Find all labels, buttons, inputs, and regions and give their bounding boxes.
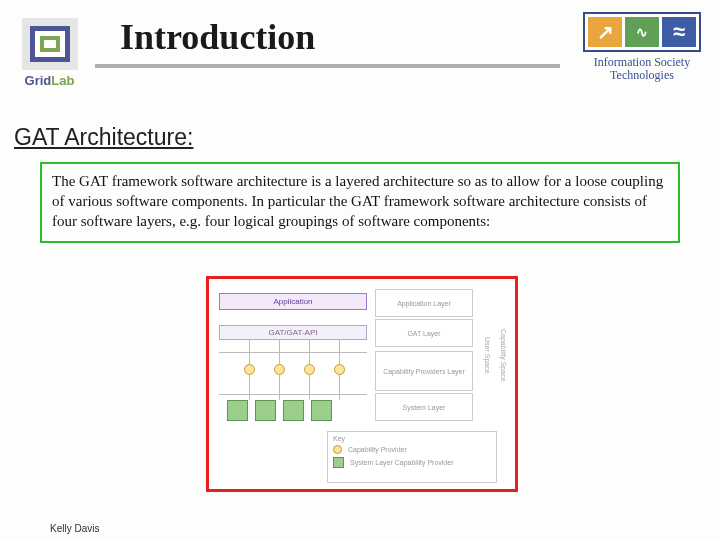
system-provider-icon [255,400,276,421]
legend-capability-label: Capability Provider [348,446,407,453]
capability-provider-icon [244,364,255,375]
section-heading: GAT Architecture: [14,124,193,151]
title-underline [95,64,560,68]
legend-square-icon [333,457,344,468]
ist-arrow-icon: ↗ [588,17,622,47]
gridlab-icon [22,18,78,70]
body-text: The GAT framework software architecture … [52,173,663,229]
ist-logo: ↗ ∿ ≈ Information Society Technologies [578,12,706,82]
ist-wave-icon: ∿ [625,17,659,47]
diagram-divider [219,352,367,353]
ist-icon-row: ↗ ∿ ≈ [583,12,701,52]
diagram-gat-api-box: GAT/GAT-API [219,325,367,340]
capability-provider-icon [334,364,345,375]
capability-provider-icon [304,364,315,375]
diagram-divider [219,394,367,395]
body-text-box: The GAT framework software architecture … [40,162,680,243]
gridlab-logo: GridLab [12,18,87,88]
legend-title: Key [333,435,491,442]
footer-author: Kelly Davis [50,523,99,534]
side-label-capability-space: Capability Space [494,289,512,421]
system-provider-icon [227,400,248,421]
layer-label-gat: GAT Layer [375,319,473,347]
capability-provider-icon [274,364,285,375]
layer-label-capability: Capability Providers Layer [375,351,473,391]
diagram-application-box: Application [219,293,367,310]
system-provider-icon [311,400,332,421]
layer-label-application: Application Layer [375,289,473,317]
gridlab-label: GridLab [12,73,87,88]
legend-circle-icon [333,445,342,454]
ist-approx-icon: ≈ [662,17,696,47]
layer-label-system: System Layer [375,393,473,421]
legend-system-label: System Layer Capability Provider [350,459,454,466]
diagram-legend: Key Capability Provider System Layer Cap… [327,431,497,483]
ist-label: Information Society Technologies [578,56,706,82]
slide-title: Introduction [120,16,315,58]
system-provider-icon [283,400,304,421]
architecture-diagram: Application GAT/GAT-API Application Laye… [206,276,518,492]
